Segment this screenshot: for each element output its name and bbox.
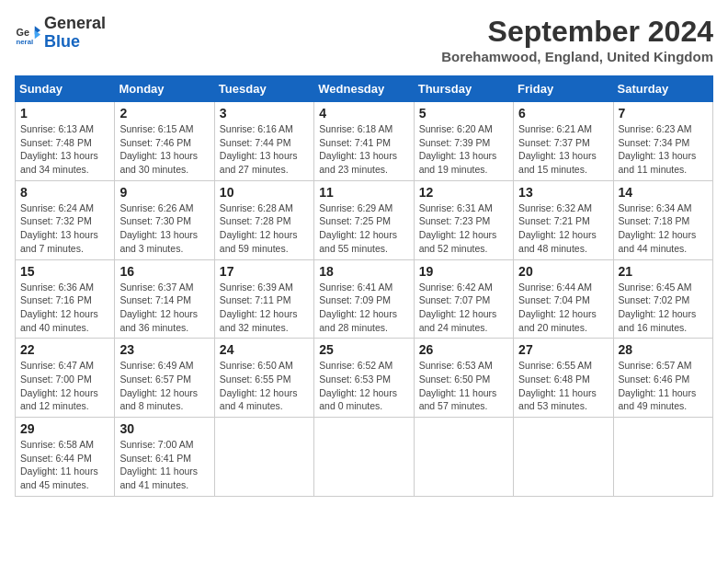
day-cell: 5Sunrise: 6:20 AM Sunset: 7:39 PM Daylig… [414, 102, 513, 181]
header-wednesday: Wednesday [314, 76, 414, 102]
location: Borehamwood, England, United Kingdom [441, 49, 713, 64]
day-number: 27 [518, 342, 608, 357]
day-cell: 1Sunrise: 6:13 AM Sunset: 7:48 PM Daylig… [16, 102, 115, 181]
day-number: 16 [119, 264, 209, 279]
day-cell: 16Sunrise: 6:37 AM Sunset: 7:14 PM Dayli… [115, 259, 214, 339]
day-cell: 20Sunrise: 6:44 AM Sunset: 7:04 PM Dayli… [514, 259, 613, 339]
day-info: Sunrise: 6:34 AM Sunset: 7:18 PM Dayligh… [619, 201, 708, 256]
title-area: September 2024 Borehamwood, England, Uni… [441, 15, 713, 64]
day-cell: 3Sunrise: 6:16 AM Sunset: 7:44 PM Daylig… [214, 102, 313, 181]
svg-text:neral: neral [17, 38, 34, 46]
day-number: 15 [20, 264, 109, 279]
day-info: Sunrise: 6:37 AM Sunset: 7:14 PM Dayligh… [119, 281, 209, 335]
day-number: 25 [319, 342, 408, 357]
day-info: Sunrise: 6:23 AM Sunset: 7:34 PM Dayligh… [619, 122, 708, 177]
day-cell: 11Sunrise: 6:29 AM Sunset: 7:25 PM Dayli… [314, 180, 414, 259]
day-number: 24 [220, 342, 309, 357]
day-info: Sunrise: 6:44 AM Sunset: 7:04 PM Dayligh… [518, 281, 608, 335]
day-cell: 9Sunrise: 6:26 AM Sunset: 7:30 PM Daylig… [115, 180, 214, 259]
day-cell [514, 418, 613, 497]
day-number: 8 [20, 185, 109, 200]
week-row-4: 29Sunrise: 6:58 AM Sunset: 6:44 PM Dayli… [16, 418, 713, 497]
day-cell [414, 418, 513, 497]
day-cell [613, 418, 712, 497]
day-info: Sunrise: 6:39 AM Sunset: 7:11 PM Dayligh… [220, 281, 309, 335]
day-cell [314, 418, 414, 497]
day-info: Sunrise: 6:29 AM Sunset: 7:25 PM Dayligh… [319, 201, 408, 256]
day-number: 26 [419, 342, 508, 357]
day-cell: 29Sunrise: 6:58 AM Sunset: 6:44 PM Dayli… [16, 418, 115, 497]
header-monday: Monday [115, 76, 214, 102]
day-info: Sunrise: 6:41 AM Sunset: 7:09 PM Dayligh… [319, 281, 408, 335]
logo-blue: Blue [44, 32, 80, 51]
day-cell: 19Sunrise: 6:42 AM Sunset: 7:07 PM Dayli… [414, 259, 513, 339]
day-cell: 23Sunrise: 6:49 AM Sunset: 6:57 PM Dayli… [115, 339, 214, 418]
day-number: 5 [419, 106, 508, 121]
day-info: Sunrise: 6:42 AM Sunset: 7:07 PM Dayligh… [419, 281, 508, 335]
day-cell: 25Sunrise: 6:52 AM Sunset: 6:53 PM Dayli… [314, 339, 414, 418]
day-number: 3 [220, 106, 309, 121]
day-info: Sunrise: 6:45 AM Sunset: 7:02 PM Dayligh… [619, 281, 708, 335]
header-saturday: Saturday [613, 76, 712, 102]
day-info: Sunrise: 6:58 AM Sunset: 6:44 PM Dayligh… [20, 438, 109, 492]
day-number: 29 [20, 421, 109, 436]
day-info: Sunrise: 6:55 AM Sunset: 6:48 PM Dayligh… [518, 359, 608, 413]
day-info: Sunrise: 6:21 AM Sunset: 7:37 PM Dayligh… [518, 122, 608, 177]
day-number: 17 [220, 264, 309, 279]
day-cell: 10Sunrise: 6:28 AM Sunset: 7:28 PM Dayli… [214, 180, 313, 259]
day-info: Sunrise: 6:53 AM Sunset: 6:50 PM Dayligh… [419, 359, 508, 413]
day-number: 10 [220, 185, 309, 200]
day-info: Sunrise: 6:32 AM Sunset: 7:21 PM Dayligh… [518, 201, 608, 256]
day-info: Sunrise: 6:26 AM Sunset: 7:30 PM Dayligh… [119, 201, 209, 256]
day-number: 14 [619, 185, 708, 200]
svg-text:Ge: Ge [17, 27, 30, 38]
day-cell: 14Sunrise: 6:34 AM Sunset: 7:18 PM Dayli… [613, 180, 712, 259]
logo-icon: Ge neral [15, 20, 40, 46]
day-info: Sunrise: 6:36 AM Sunset: 7:16 PM Dayligh… [20, 281, 109, 335]
header-thursday: Thursday [414, 76, 513, 102]
day-number: 19 [419, 264, 508, 279]
day-info: Sunrise: 6:13 AM Sunset: 7:48 PM Dayligh… [20, 122, 109, 177]
day-cell: 28Sunrise: 6:57 AM Sunset: 6:46 PM Dayli… [613, 339, 712, 418]
day-number: 6 [518, 106, 608, 121]
day-number: 21 [619, 264, 708, 279]
day-info: Sunrise: 6:15 AM Sunset: 7:46 PM Dayligh… [119, 122, 209, 177]
week-row-3: 22Sunrise: 6:47 AM Sunset: 7:00 PM Dayli… [16, 339, 713, 418]
day-cell: 26Sunrise: 6:53 AM Sunset: 6:50 PM Dayli… [414, 339, 513, 418]
day-cell: 27Sunrise: 6:55 AM Sunset: 6:48 PM Dayli… [514, 339, 613, 418]
day-cell: 13Sunrise: 6:32 AM Sunset: 7:21 PM Dayli… [514, 180, 613, 259]
logo-general: General [44, 14, 106, 32]
day-info: Sunrise: 6:20 AM Sunset: 7:39 PM Dayligh… [419, 122, 508, 177]
day-number: 1 [20, 106, 109, 121]
day-cell: 30Sunrise: 7:00 AM Sunset: 6:41 PM Dayli… [115, 418, 214, 497]
day-cell: 21Sunrise: 6:45 AM Sunset: 7:02 PM Dayli… [613, 259, 712, 339]
day-cell: 7Sunrise: 6:23 AM Sunset: 7:34 PM Daylig… [613, 102, 712, 181]
day-info: Sunrise: 6:47 AM Sunset: 7:00 PM Dayligh… [20, 359, 109, 413]
header-tuesday: Tuesday [214, 76, 313, 102]
day-number: 4 [319, 106, 408, 121]
header-sunday: Sunday [16, 76, 115, 102]
day-info: Sunrise: 6:31 AM Sunset: 7:23 PM Dayligh… [419, 201, 508, 256]
day-number: 28 [619, 342, 708, 357]
day-number: 9 [119, 185, 209, 200]
day-number: 11 [319, 185, 408, 200]
day-cell: 24Sunrise: 6:50 AM Sunset: 6:55 PM Dayli… [214, 339, 313, 418]
day-number: 18 [319, 264, 408, 279]
header-row: SundayMondayTuesdayWednesdayThursdayFrid… [16, 76, 713, 102]
calendar-table: SundayMondayTuesdayWednesdayThursdayFrid… [15, 75, 713, 497]
day-info: Sunrise: 6:57 AM Sunset: 6:46 PM Dayligh… [619, 359, 708, 413]
logo-text: General Blue [44, 15, 106, 52]
logo: Ge neral General Blue [15, 15, 106, 52]
day-cell: 22Sunrise: 6:47 AM Sunset: 7:00 PM Dayli… [16, 339, 115, 418]
day-info: Sunrise: 6:24 AM Sunset: 7:32 PM Dayligh… [20, 201, 109, 256]
day-info: Sunrise: 6:16 AM Sunset: 7:44 PM Dayligh… [220, 122, 309, 177]
day-cell: 4Sunrise: 6:18 AM Sunset: 7:41 PM Daylig… [314, 102, 414, 181]
day-info: Sunrise: 7:00 AM Sunset: 6:41 PM Dayligh… [119, 438, 209, 492]
day-number: 2 [119, 106, 209, 121]
day-info: Sunrise: 6:28 AM Sunset: 7:28 PM Dayligh… [220, 201, 309, 256]
day-info: Sunrise: 6:52 AM Sunset: 6:53 PM Dayligh… [319, 359, 408, 413]
month-title: September 2024 [441, 15, 713, 49]
day-number: 30 [119, 421, 209, 436]
page-header: Ge neral General Blue September 2024 Bor… [15, 15, 713, 64]
day-cell: 17Sunrise: 6:39 AM Sunset: 7:11 PM Dayli… [214, 259, 313, 339]
